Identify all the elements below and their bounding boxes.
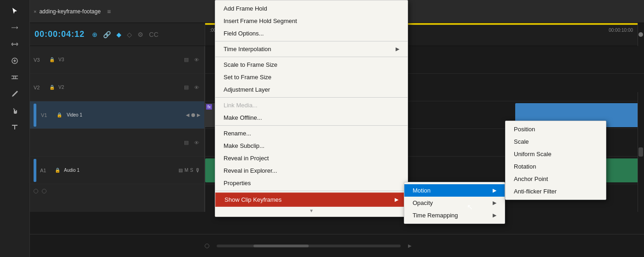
tab-menu-icon[interactable]: ≡ <box>107 8 111 15</box>
timecode-tools: ⊕ 🔗 ◆ ◇ ⚙ CC <box>92 31 158 38</box>
track-label-v2: V2 🔒 V2 ▤ 👁 <box>30 74 204 101</box>
a1-active-indicator <box>34 159 36 182</box>
menu-scale[interactable]: Scale <box>506 135 606 148</box>
a1-mic[interactable]: 🎙 <box>195 167 201 174</box>
a1-clip-name: Audio 1 <box>64 168 80 173</box>
menu-link-media: Link Media... <box>215 99 408 111</box>
time-remapping-arrow: ▶ <box>493 212 496 218</box>
v1-nav-prev[interactable]: ◀ <box>186 112 190 117</box>
v3-icons: ▤ 👁 <box>182 56 201 64</box>
menu-position[interactable]: Position <box>506 123 606 135</box>
a1-lock[interactable]: 🔒 <box>55 168 60 173</box>
v1-icons: ◀ ▶ <box>186 112 201 117</box>
tertiary-context-menu: Position Scale Uniform Scale Rotation An… <box>505 121 606 200</box>
v1-clip-name: Video 1 <box>67 112 82 117</box>
scroll-right-marker <box>42 189 46 193</box>
v1-label: V1 <box>41 112 54 118</box>
menu-motion[interactable]: Motion ▶ <box>404 184 505 197</box>
track-label-a1: A1 🔒 Audio 1 ▤ M S 🎙 <box>30 157 204 184</box>
bottom-status-bar: ▶ <box>30 234 644 257</box>
menu-anti-flicker-filter[interactable]: Anti-flicker Filter <box>506 185 606 198</box>
empty-eye-icon[interactable]: 👁 <box>192 139 201 147</box>
scrollbar-thumb[interactable] <box>638 147 643 157</box>
end-handle <box>638 32 643 37</box>
empty-filmstrip-icon[interactable]: ▤ <box>182 139 190 147</box>
slip-tool-2[interactable] <box>7 70 22 85</box>
track-bottom-controls <box>30 184 204 198</box>
tab-title: adding-keyframe-footage <box>39 8 100 15</box>
menu-anchor-point[interactable]: Anchor Point <box>506 173 606 185</box>
v2-label: V2 <box>34 85 46 90</box>
menu-add-frame-hold[interactable]: Add Frame Hold <box>215 2 408 15</box>
captions-icon[interactable]: CC <box>149 31 158 38</box>
separator-4 <box>215 125 408 126</box>
opacity-arrow: ▶ <box>493 200 496 206</box>
text-tool[interactable] <box>7 120 22 134</box>
v1-nav-next[interactable]: ▶ <box>197 112 201 117</box>
v2-filmstrip-icon[interactable]: ▤ <box>182 83 190 92</box>
timeline-scrollbar <box>638 92 644 212</box>
a1-track-id: A1 <box>40 168 53 173</box>
add-marker-icon[interactable]: ◆ <box>116 31 121 38</box>
current-timecode[interactable]: 00:00:04:12 <box>34 29 85 39</box>
menu-field-options[interactable]: Field Options... <box>215 27 408 40</box>
separator-5 <box>215 191 408 191</box>
v3-lock[interactable]: 🔒 <box>49 57 55 62</box>
tab-close-button[interactable]: × <box>34 9 36 14</box>
timeline-scrollbar-horizontal[interactable] <box>217 245 401 247</box>
a1-S[interactable]: S <box>190 168 193 173</box>
a1-icons: ▤ M S 🎙 <box>178 167 201 174</box>
v3-eye-icon[interactable]: 👁 <box>192 56 201 64</box>
menu-scroll-down[interactable]: ▼ <box>215 207 408 215</box>
track-label-v1: V1 🔒 Video 1 ◀ ▶ <box>30 101 204 129</box>
menu-reveal-in-explorer[interactable]: Reveal in Explorer... <box>215 164 408 177</box>
slip-tool[interactable] <box>7 37 22 52</box>
menu-adjustment-layer[interactable]: Adjustment Layer <box>215 83 408 96</box>
a1-filmstrip[interactable]: ▤ <box>178 168 183 173</box>
marker-type-icon[interactable]: ◇ <box>127 31 132 38</box>
separator-2 <box>215 57 408 57</box>
snap-icon[interactable]: ⊕ <box>92 31 98 38</box>
ruler-mark-end: 00:00:10:00 <box>609 28 633 33</box>
menu-reveal-in-project[interactable]: Reveal in Project <box>215 152 408 164</box>
primary-context-menu: Add Frame Hold Insert Frame Hold Segment… <box>215 0 408 217</box>
secondary-context-menu: Motion ▶ Opacity ▶ Time Remapping ▶ <box>404 182 505 224</box>
h-scrollbar-thumb[interactable] <box>253 245 309 247</box>
v3-filmstrip-icon[interactable]: ▤ <box>182 56 190 64</box>
menu-time-interpolation[interactable]: Time Interpolation ▶ <box>215 43 408 55</box>
timecode-panel: 00:00:04:12 ⊕ 🔗 ◆ ◇ ⚙ CC <box>30 23 205 46</box>
menu-insert-frame-hold-segment[interactable]: Insert Frame Hold Segment <box>215 15 408 27</box>
empty-track-icons: ▤ 👁 <box>182 139 201 147</box>
v3-label2: V3 <box>58 57 64 62</box>
a1-M[interactable]: M <box>184 168 188 173</box>
ripple-tool-2[interactable] <box>7 53 22 68</box>
v1-lock[interactable]: 🔒 <box>57 112 62 117</box>
nav-start-marker[interactable] <box>205 244 209 248</box>
selection-tool[interactable] <box>7 4 22 18</box>
menu-properties[interactable]: Properties <box>215 177 408 189</box>
menu-rename[interactable]: Rename... <box>215 127 408 140</box>
fx-badge-left: fx <box>206 104 212 110</box>
hand-tool[interactable] <box>7 103 22 118</box>
menu-rotation[interactable]: Rotation <box>506 160 606 173</box>
v2-lock[interactable]: 🔒 <box>49 85 55 90</box>
menu-set-to-frame-size[interactable]: Set to Frame Size <box>215 71 408 83</box>
menu-opacity[interactable]: Opacity ▶ <box>404 197 505 209</box>
menu-make-offline[interactable]: Make Offline... <box>215 111 408 124</box>
v2-label2: V2 <box>58 85 64 90</box>
v2-icons: ▤ 👁 <box>182 83 201 92</box>
menu-show-clip-keyframes[interactable]: Show Clip Keyframes ▶ <box>215 193 408 207</box>
pen-tool[interactable] <box>7 87 22 101</box>
track-labels: V3 🔒 V3 ▤ 👁 V2 🔒 V2 ▤ 👁 <box>30 46 205 212</box>
ripple-edit-tool[interactable] <box>7 20 22 35</box>
menu-scale-to-frame-size[interactable]: Scale to Frame Size <box>215 58 408 71</box>
menu-time-remapping[interactable]: Time Remapping ▶ <box>404 209 505 222</box>
settings-icon[interactable]: ⚙ <box>138 31 144 38</box>
menu-uniform-scale[interactable]: Uniform Scale <box>506 148 606 160</box>
track-label-empty: ▤ 👁 <box>30 129 204 157</box>
separator-1 <box>215 41 408 41</box>
time-interpolation-arrow: ▶ <box>396 46 399 52</box>
menu-make-subclip[interactable]: Make Subclip... <box>215 140 408 152</box>
v2-eye-icon[interactable]: 👁 <box>192 83 201 92</box>
linked-selection-icon[interactable]: 🔗 <box>103 31 111 38</box>
